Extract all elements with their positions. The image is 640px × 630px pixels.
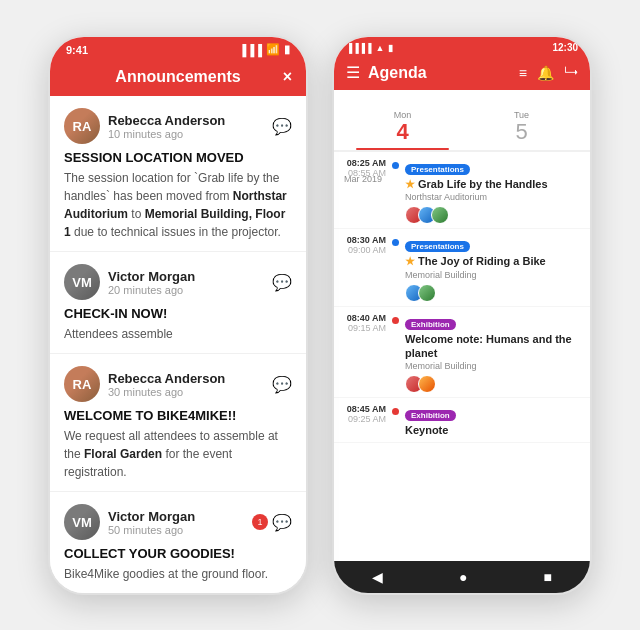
event-title[interactable]: ★ Grab Life by the Handles	[405, 177, 582, 191]
agenda-times: 08:25 AM 08:55 AM	[342, 158, 386, 224]
meta-text: Rebecca Anderson 30 minutes ago	[108, 371, 272, 398]
event-avatars	[405, 375, 582, 393]
reply-icon[interactable]: 💬	[272, 513, 292, 532]
date-tab-tue[interactable]: Tue 5	[463, 106, 580, 150]
author-name: Victor Morgan	[108, 509, 252, 524]
menu-icon[interactable]: ☰	[346, 63, 360, 82]
battery-icon: ▮	[284, 43, 290, 56]
announcement-meta: RA Rebecca Anderson 10 minutes ago 💬	[64, 108, 292, 144]
phone2-title: Agenda	[368, 64, 511, 82]
nav-back-button[interactable]: ◀	[372, 569, 383, 585]
phone2-time: 12:30	[552, 42, 578, 53]
event-venue: Memorial Building	[405, 361, 582, 371]
time-start: 08:45 AM	[347, 404, 386, 414]
signal-icon: ▐▐▐	[239, 44, 262, 56]
agenda-item: 08:40 AM 09:15 AM Exhibition Welcome not…	[334, 307, 590, 399]
agenda-details: Presentations ★ Grab Life by the Handles…	[405, 158, 582, 224]
filter-icon[interactable]: ≡	[519, 65, 527, 81]
time-ago: 50 minutes ago	[108, 524, 252, 536]
close-button[interactable]: ×	[283, 68, 292, 86]
phone1: 9:41 ▐▐▐ 📶 ▮ Announcements × RA Rebecca …	[48, 35, 308, 595]
star-icon: ★	[405, 254, 415, 268]
announcement-meta: RA Rebecca Anderson 30 minutes ago 💬	[64, 366, 292, 402]
reply-count-badge: 1	[252, 514, 268, 530]
nav-recents-button[interactable]: ■	[544, 569, 552, 585]
announcement-item: RA Rebecca Anderson 30 minutes ago 💬 WEL…	[50, 354, 306, 492]
event-title[interactable]: Welcome note: Humans and the planet	[405, 332, 582, 361]
announcement-body: We request all attendees to assemble at …	[64, 427, 292, 481]
time-ago: 30 minutes ago	[108, 386, 272, 398]
time-end: 09:15 AM	[348, 323, 386, 333]
meta-text: Victor Morgan 50 minutes ago	[108, 509, 252, 536]
meta-text: Victor Morgan 20 minutes ago	[108, 269, 272, 296]
signal-bars-icon: ▐▐▐▐	[346, 43, 372, 53]
author-name: Victor Morgan	[108, 269, 272, 284]
wifi-icon: ▲	[376, 43, 385, 53]
reply-icon[interactable]: 💬	[272, 273, 292, 292]
event-tag: Exhibition	[405, 410, 456, 421]
notification-icon[interactable]: 🔔	[537, 65, 554, 81]
attendee-avatar	[418, 375, 436, 393]
agenda-item: 08:25 AM 08:55 AM Presentations ★ Grab L…	[334, 152, 590, 229]
agenda-dot	[392, 317, 399, 324]
avatar: RA	[64, 366, 100, 402]
time-ago: 20 minutes ago	[108, 284, 272, 296]
announcement-title: WELCOME TO BIKE4MIKE!!	[64, 408, 292, 423]
agenda-details: Exhibition Welcome note: Humans and the …	[405, 313, 582, 394]
attendee-avatar	[431, 206, 449, 224]
nav-home-button[interactable]: ●	[459, 569, 467, 585]
phone2-status-bar: ▐▐▐▐ ▲ ▮ 12:30	[334, 37, 590, 57]
time-end: 09:25 AM	[348, 414, 386, 424]
author-name: Rebecca Anderson	[108, 371, 272, 386]
agenda-dot	[392, 408, 399, 415]
time-start: 08:30 AM	[347, 235, 386, 245]
agenda-item: 08:30 AM 09:00 AM Presentations ★ The Jo…	[334, 229, 590, 306]
phone1-status-bar: 9:41 ▐▐▐ 📶 ▮	[50, 37, 306, 60]
announcement-meta: VM Victor Morgan 20 minutes ago 💬	[64, 264, 292, 300]
avatar: VM	[64, 504, 100, 540]
event-tag: Presentations	[405, 241, 470, 252]
agenda-times: 08:40 AM 09:15 AM	[342, 313, 386, 394]
announcements-list: RA Rebecca Anderson 10 minutes ago 💬 SES…	[50, 96, 306, 593]
battery-icon: ▮	[388, 43, 393, 53]
event-title[interactable]: ★ The Joy of Riding a Bike	[405, 254, 582, 268]
attendee-avatar	[418, 284, 436, 302]
event-title[interactable]: Keynote	[405, 423, 582, 437]
date-tab-mon[interactable]: Mon 4	[344, 106, 461, 150]
wifi-icon: 📶	[266, 43, 280, 56]
meta-text: Rebecca Anderson 10 minutes ago	[108, 113, 272, 140]
announcement-item: VM Victor Morgan 20 minutes ago 💬 CHECK-…	[50, 252, 306, 354]
announcement-item: VM Victor Morgan 50 minutes ago 1 💬 COLL…	[50, 492, 306, 593]
event-avatars	[405, 206, 582, 224]
phones-container: 9:41 ▐▐▐ 📶 ▮ Announcements × RA Rebecca …	[28, 15, 612, 615]
event-tag: Presentations	[405, 164, 470, 175]
time-start: 08:25 AM	[347, 158, 386, 168]
time-end: 09:00 AM	[348, 245, 386, 255]
phone1-time: 9:41	[66, 44, 88, 56]
event-avatars	[405, 284, 582, 302]
nav-bar: ◀ ● ■	[334, 561, 590, 593]
date-number-tue: 5	[515, 120, 527, 144]
phone2-status-left: ▐▐▐▐ ▲ ▮	[346, 43, 393, 53]
share-icon[interactable]: ⮡	[564, 65, 578, 81]
announcement-meta: VM Victor Morgan 50 minutes ago 1 💬	[64, 504, 292, 540]
date-number-mon: 4	[396, 120, 408, 144]
reply-icon[interactable]: 💬	[272, 375, 292, 394]
avatar: VM	[64, 264, 100, 300]
phone2: ▐▐▐▐ ▲ ▮ 12:30 ☰ Agenda ≡ 🔔 ⮡ Mar 2019 M…	[332, 35, 592, 595]
agenda-times: 08:30 AM 09:00 AM	[342, 235, 386, 301]
agenda-details: Exhibition Keynote	[405, 404, 582, 437]
announcement-title: SESSION LOCATION MOVED	[64, 150, 292, 165]
event-tag: Exhibition	[405, 319, 456, 330]
star-icon: ★	[405, 177, 415, 191]
agenda-item: 08:45 AM 09:25 AM Exhibition Keynote	[334, 398, 590, 442]
phone2-header: ☰ Agenda ≡ 🔔 ⮡	[334, 57, 590, 90]
agenda-dot	[392, 162, 399, 169]
announcement-item: RA Rebecca Anderson 10 minutes ago 💬 SES…	[50, 96, 306, 252]
date-selector: Mar 2019 Mon 4 Tue 5	[334, 90, 590, 150]
reply-icon[interactable]: 💬	[272, 117, 292, 136]
announcement-body: Attendees assemble	[64, 325, 292, 343]
agenda-times: 08:45 AM 09:25 AM	[342, 404, 386, 437]
event-venue: Memorial Building	[405, 270, 582, 280]
phone1-title: Announcements	[115, 68, 240, 86]
